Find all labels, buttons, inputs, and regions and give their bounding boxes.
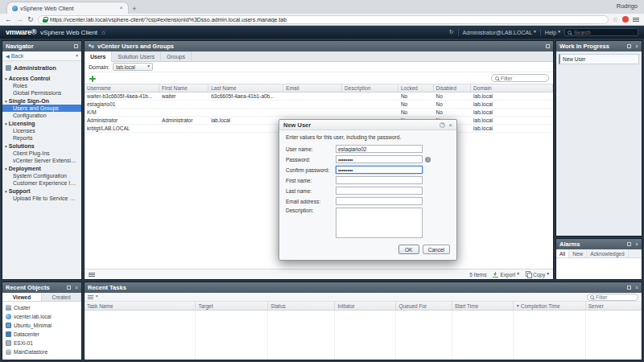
close-icon[interactable]: × <box>75 285 78 290</box>
recent-objects-tab-viewed[interactable]: Viewed <box>2 293 42 301</box>
help-menu[interactable]: Help ▾ <box>545 30 560 35</box>
column-header-start-time[interactable]: Start Time <box>452 302 514 310</box>
column-header-first-name[interactable]: First Name <box>159 84 208 92</box>
column-header-status[interactable]: Status <box>268 302 335 310</box>
recent-object-vm[interactable]: Ubuntu_Minimal <box>2 321 81 330</box>
nav-item-roles[interactable]: Roles <box>2 82 81 89</box>
dialog-title-bar[interactable]: New User ? × <box>279 120 456 130</box>
column-header-username[interactable]: Username <box>85 84 159 92</box>
alarms-tab-all[interactable]: All <box>556 249 569 257</box>
nav-section-support[interactable]: ▾ Support <box>2 187 81 195</box>
browser-forward-icon[interactable]: → <box>16 16 23 23</box>
nav-item-vcenter-server-extensions[interactable]: vCenter Server Extensions <box>2 157 81 164</box>
browser-menu-icon[interactable] <box>633 18 639 22</box>
nav-section-solutions[interactable]: ▾ Solutions <box>2 142 81 150</box>
tab-close-icon[interactable]: × <box>119 5 123 11</box>
alarms-tab-acknowledged[interactable]: Acknowledged <box>587 249 628 257</box>
nav-item-reports[interactable]: Reports <box>2 134 81 142</box>
confirm-password-input[interactable] <box>336 166 423 174</box>
domain-select[interactable]: lab.local ▾ <box>113 63 153 71</box>
nav-item-customer-experience[interactable]: Customer Experience Imp... <box>2 179 81 187</box>
first-name-input[interactable] <box>336 176 423 184</box>
email-input[interactable] <box>336 197 423 205</box>
back-button[interactable]: ◀ Back ▾ <box>2 51 81 61</box>
nav-section-licensing[interactable]: ▾ Licensing <box>2 119 81 127</box>
pin-icon[interactable] <box>627 286 631 290</box>
pin-icon[interactable] <box>627 242 631 246</box>
password-input[interactable] <box>336 155 423 163</box>
info-icon[interactable]: i <box>425 157 431 162</box>
browser-profile-name[interactable]: Rodrigo <box>617 2 638 10</box>
recent-object-cluster[interactable]: Cluster <box>2 303 81 312</box>
filter-input[interactable] <box>501 76 545 81</box>
recent-objects-tab-created[interactable]: Created <box>42 293 81 301</box>
column-header-task-name[interactable]: Task Name <box>85 302 196 310</box>
grid-options-icon[interactable] <box>89 273 95 277</box>
alarms-tab-new[interactable]: New <box>569 249 587 257</box>
close-icon[interactable]: × <box>448 121 452 129</box>
refresh-icon[interactable]: ↻ <box>449 29 454 35</box>
column-header-description[interactable]: Description <box>342 84 398 92</box>
nav-item-client-plug-ins[interactable]: Client Plug-Ins <box>2 150 81 157</box>
tasks-filter-input[interactable] <box>596 294 635 300</box>
column-header-completion-time[interactable]: ▼ Completion Time <box>514 302 586 310</box>
nav-item-configuration[interactable]: Configuration <box>2 112 81 119</box>
column-header-domain[interactable]: Domain <box>471 84 553 92</box>
table-row[interactable]: waiter-b3c6605f-4aea-41b... waiter b3c66… <box>85 93 553 101</box>
recent-object-datastore[interactable]: MainDatastore <box>2 348 81 356</box>
nav-section-deployment[interactable]: ▾ Deployment <box>2 164 81 172</box>
nav-item-licenses[interactable]: Licenses <box>2 127 81 134</box>
column-header-locked[interactable]: Locked <box>398 84 434 92</box>
recent-object-vcenter[interactable]: vcenter.lab.local <box>2 312 81 321</box>
bookmark-star-icon[interactable]: ☆ <box>613 16 618 23</box>
close-icon[interactable]: × <box>635 285 638 290</box>
cancel-button[interactable]: Cancel <box>423 245 450 254</box>
nav-item-system-configuration[interactable]: System Configuration <box>2 172 81 179</box>
user-menu[interactable]: Administrator@LAB.LOCAL ▾ <box>463 30 536 35</box>
nav-item-global-permissions[interactable]: Global Permissions <box>2 89 81 97</box>
last-name-input[interactable] <box>336 187 423 195</box>
column-header-queued-for[interactable]: Queued For <box>396 302 452 310</box>
tab-solution-users[interactable]: Solution Users <box>112 51 161 61</box>
global-search[interactable] <box>564 28 638 36</box>
nav-item-upload-file[interactable]: Upload File to Service Re... <box>2 195 81 202</box>
add-user-button[interactable] <box>89 75 96 82</box>
tab-users[interactable]: Users <box>85 51 112 62</box>
wip-item-new-user[interactable]: New User <box>559 54 639 64</box>
table-row[interactable]: estagiario01 No No lab.local <box>85 101 553 109</box>
browser-back-icon[interactable]: ← <box>5 16 12 23</box>
search-input[interactable] <box>574 30 635 35</box>
url-input[interactable]: https://vcenter.lab.local/vsphere-client… <box>38 15 609 24</box>
browser-reload-icon[interactable]: ↻ <box>27 16 34 23</box>
extension-icon[interactable] <box>622 16 629 23</box>
column-header-last-name[interactable]: Last Name <box>208 84 283 92</box>
close-icon[interactable]: × <box>635 241 638 247</box>
pin-icon[interactable] <box>74 44 78 48</box>
browser-tab[interactable]: vSphere Web Client × <box>6 2 129 14</box>
export-button[interactable]: Export ▾ <box>493 272 519 278</box>
tasks-filter-box[interactable] <box>587 294 638 301</box>
column-header-email[interactable]: Email <box>283 84 342 92</box>
table-row[interactable]: K/M No No lab.local <box>85 109 553 117</box>
user-name-input[interactable] <box>336 145 423 153</box>
pin-icon[interactable] <box>627 44 631 48</box>
home-icon[interactable]: ⌂ <box>101 29 105 36</box>
history-dropdown-icon[interactable]: ▾ <box>76 54 78 59</box>
column-header-disabled[interactable]: Disabled <box>434 84 472 92</box>
column-header-initiator[interactable]: Initiator <box>335 302 396 310</box>
recent-object-datacenter[interactable]: Datacenter <box>2 330 81 339</box>
new-tab-button[interactable]: + <box>129 4 140 14</box>
recent-object-host[interactable]: ESXi-01 <box>2 339 81 348</box>
close-icon[interactable]: × <box>635 43 638 49</box>
nav-section-single-sign-on[interactable]: ▾ Single Sign-On <box>2 97 81 105</box>
ok-button[interactable]: OK <box>398 245 419 254</box>
filter-box[interactable] <box>491 74 549 82</box>
chevron-down-icon[interactable]: ▾ <box>96 294 98 299</box>
copy-button[interactable]: Copy ▾ <box>526 271 549 278</box>
maximize-icon[interactable] <box>546 44 550 48</box>
task-view-icon[interactable] <box>88 295 93 299</box>
nav-section-access-control[interactable]: ▾ Access Control <box>2 74 81 82</box>
description-input[interactable] <box>336 208 423 238</box>
column-header-target[interactable]: Target <box>196 302 268 310</box>
tab-groups[interactable]: Groups <box>161 51 192 61</box>
